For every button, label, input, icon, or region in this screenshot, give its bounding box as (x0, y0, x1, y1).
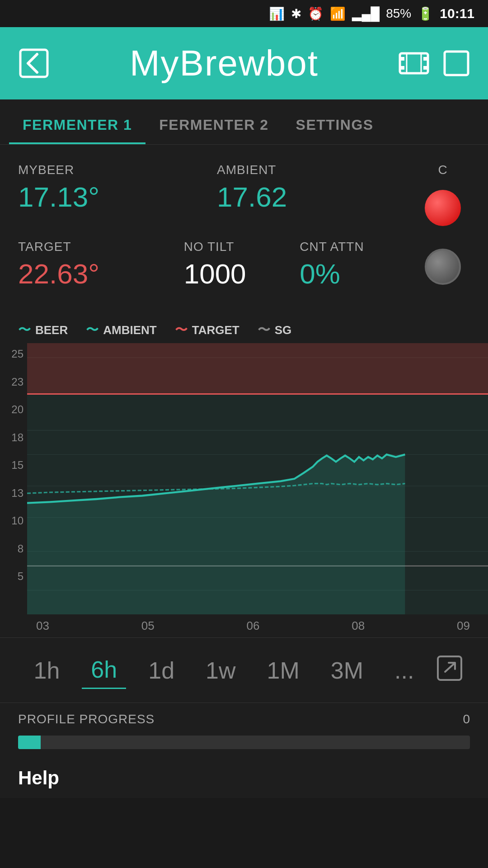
time-btn-1h[interactable]: 1h (25, 652, 69, 689)
ambient-legend-label: AMBIENT (103, 323, 156, 337)
app-title: MyBrewbot (130, 42, 319, 84)
tab-fermenter1[interactable]: FERMENTER 1 (9, 117, 145, 144)
beer-legend-label: BEER (35, 323, 68, 337)
alarm-icon: ⏰ (308, 6, 324, 21)
mybeer-label: MYBEER (18, 163, 217, 177)
profile-section: PROFILE PROGRESS 0 (0, 703, 488, 758)
ambient-legend-icon: 〜 (86, 321, 99, 339)
metrics-section: MYBEER 17.13° AMBIENT 17.62 C TARGET 22.… (0, 145, 488, 312)
time-btn-6h[interactable]: 6h (82, 651, 126, 689)
metrics-row-1: MYBEER 17.13° AMBIENT 17.62 C (18, 163, 470, 226)
battery-icon: 🔋 (418, 6, 433, 21)
svg-rect-1 (400, 53, 428, 73)
time-btn-3m[interactable]: 3M (322, 652, 372, 689)
ambient-label: AMBIENT (217, 163, 416, 177)
svg-rect-0 (20, 50, 47, 77)
mybeer-value: 17.13° (18, 181, 217, 213)
unit-toggle-cell[interactable]: C (416, 163, 470, 226)
export-button[interactable] (436, 655, 463, 686)
chart-svg (27, 343, 488, 614)
x-label-05: 05 (141, 619, 155, 633)
help-section: Help (0, 758, 488, 798)
y-label-20: 20 (11, 403, 23, 416)
back-button[interactable] (18, 47, 50, 79)
tab-settings[interactable]: SETTINGS (282, 117, 387, 144)
time-btn-1d[interactable]: 1d (139, 652, 183, 689)
app-bar-actions (399, 50, 470, 77)
profile-title: PROFILE PROGRESS (18, 712, 155, 726)
time-display: 10:11 (440, 6, 474, 21)
x-label-08: 08 (352, 619, 365, 633)
cntattn-toggle[interactable] (425, 249, 461, 285)
wifi-icon: 📶 (330, 6, 346, 21)
celsius-toggle[interactable] (425, 190, 461, 226)
x-axis: 03 05 06 08 09 (0, 614, 488, 637)
cntattn-value: 0% (300, 258, 416, 290)
chart-legend: 〜 BEER 〜 AMBIENT 〜 TARGET 〜 SG (0, 312, 488, 343)
chart-container[interactable]: 25 23 20 18 15 13 10 8 5 (0, 343, 488, 614)
app-bar: MyBrewbot (0, 27, 488, 99)
x-label-06: 06 (247, 619, 260, 633)
metrics-row-2: TARGET 22.63° NO TILT 1000 CNT ATTN 0% (18, 240, 470, 290)
x-label-03: 03 (36, 619, 49, 633)
svg-rect-2 (400, 57, 404, 61)
target-cell: TARGET 22.63° (18, 240, 184, 290)
target-value: 22.63° (18, 258, 184, 290)
cntattn-cell: CNT ATTN 0% (300, 240, 416, 290)
notilt-cell: NO TILT 1000 (184, 240, 300, 290)
activity-icon: 📊 (269, 6, 285, 21)
svg-rect-3 (400, 66, 404, 70)
y-label-18: 18 (11, 431, 23, 444)
y-label-10: 10 (11, 514, 23, 527)
time-btn-1m[interactable]: 1M (258, 652, 309, 689)
ambient-value: 17.62 (217, 181, 416, 213)
status-icons: 📊 ✱ ⏰ 📶 ▂▄█ 85% 🔋 10:11 (269, 6, 474, 21)
svg-rect-5 (423, 66, 428, 70)
ambient-cell: AMBIENT 17.62 (217, 163, 416, 213)
square-button[interactable] (443, 50, 470, 77)
progress-bar-background (18, 736, 470, 749)
svg-marker-19 (27, 343, 488, 394)
sg-legend-label: SG (275, 323, 292, 337)
unit-label: C (438, 163, 447, 177)
progress-bar-fill (18, 736, 41, 749)
svg-rect-8 (445, 52, 468, 75)
sg-legend-icon: 〜 (258, 321, 270, 339)
notilt-value: 1000 (184, 258, 300, 290)
y-label-5: 5 (18, 570, 23, 583)
target-legend-icon: 〜 (175, 321, 188, 339)
battery-text: 85% (386, 6, 411, 21)
legend-target: 〜 TARGET (175, 321, 239, 339)
tabs-bar: FERMENTER 1 FERMENTER 2 SETTINGS (0, 99, 488, 145)
profile-value: 0 (463, 712, 470, 726)
profile-header: PROFILE PROGRESS 0 (18, 712, 470, 726)
bluetooth-icon: ✱ (291, 6, 301, 21)
x-label-09: 09 (457, 619, 470, 633)
chart-wrapper: 25 23 20 18 15 13 10 8 5 (0, 343, 488, 614)
y-label-23: 23 (11, 376, 23, 388)
signal-icon: ▂▄█ (352, 6, 380, 21)
legend-sg: 〜 SG (258, 321, 292, 339)
y-label-15: 15 (11, 459, 23, 472)
y-label-13: 13 (11, 487, 23, 500)
help-button[interactable]: Help (18, 767, 59, 789)
film-icon-button[interactable] (399, 50, 429, 77)
target-legend-label: TARGET (192, 323, 239, 337)
cntattn-toggle-cell[interactable] (416, 240, 470, 285)
target-label: TARGET (18, 240, 184, 254)
time-btn-more[interactable]: ... (385, 652, 423, 689)
notilt-label: NO TILT (184, 240, 300, 254)
svg-rect-4 (423, 57, 428, 61)
legend-ambient: 〜 AMBIENT (86, 321, 156, 339)
y-label-8: 8 (18, 542, 23, 555)
beer-legend-icon: 〜 (18, 321, 31, 339)
cntattn-label: CNT ATTN (300, 240, 416, 254)
time-range-bar: 1h 6h 1d 1w 1M 3M ... (0, 637, 488, 703)
y-label-25: 25 (11, 348, 23, 360)
status-bar: 📊 ✱ ⏰ 📶 ▂▄█ 85% 🔋 10:11 (0, 0, 488, 27)
tab-fermenter2[interactable]: FERMENTER 2 (145, 117, 282, 144)
mybeer-cell: MYBEER 17.13° (18, 163, 217, 213)
y-axis: 25 23 20 18 15 13 10 8 5 (0, 343, 27, 587)
legend-beer: 〜 BEER (18, 321, 68, 339)
time-btn-1w[interactable]: 1w (197, 652, 244, 689)
